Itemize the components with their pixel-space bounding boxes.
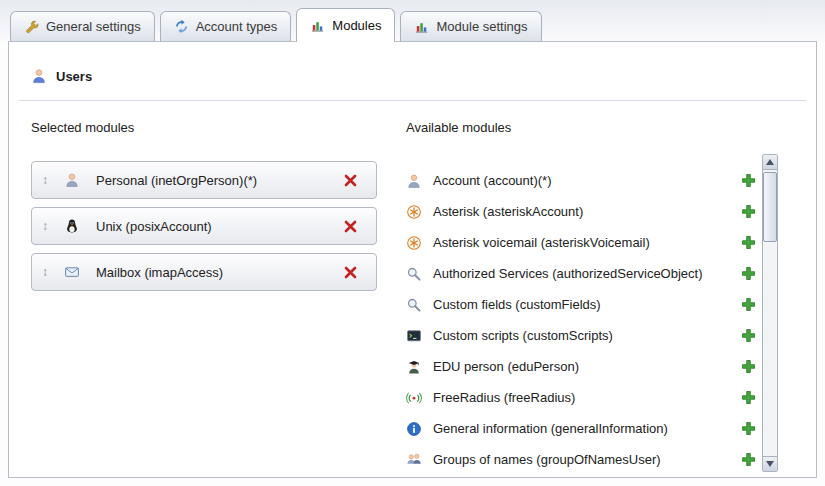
available-module-row: EDU person (eduPerson): [406, 351, 758, 382]
selected-module-label: Unix (posixAccount): [96, 219, 212, 234]
info-icon: [406, 421, 422, 437]
tab-module-settings[interactable]: Module settings: [400, 11, 541, 41]
selected-modules-column: Selected modules Personal (inetOrgPerson…: [31, 120, 377, 291]
remove-module-button[interactable]: [343, 173, 358, 188]
selected-module-row: Unix (posixAccount): [31, 207, 377, 245]
available-module-row: Account (account)(*): [406, 165, 758, 196]
delete-x-icon: [343, 219, 358, 234]
tab-modules[interactable]: Modules: [296, 8, 395, 42]
remove-module-button[interactable]: [343, 265, 358, 280]
bar-chart-icon: [414, 19, 429, 34]
plus-icon: [741, 235, 756, 250]
available-module-label: Account (account)(*): [433, 173, 552, 188]
available-module-label: Custom scripts (customScripts): [433, 328, 613, 343]
available-module-label: Asterisk voicemail (asteriskVoicemail): [433, 235, 650, 250]
asterisk-icon: [406, 235, 422, 251]
terminal-icon: [406, 328, 422, 344]
section-divider: [19, 100, 806, 101]
available-module-row: Custom fields (customFields): [406, 289, 758, 320]
add-module-button[interactable]: [741, 421, 756, 436]
user-icon: [31, 68, 47, 84]
tab-label: Account types: [196, 19, 278, 34]
plus-icon: [741, 421, 756, 436]
graduate-icon: [406, 359, 422, 375]
available-modules-heading: Available modules: [406, 120, 758, 135]
available-module-label: FreeRadius (freeRadius): [433, 390, 575, 405]
magnifier-icon: [406, 266, 422, 282]
tab-label: Modules: [332, 18, 381, 33]
remove-module-button[interactable]: [343, 219, 358, 234]
add-module-button[interactable]: [741, 266, 756, 281]
plus-icon: [741, 173, 756, 188]
tab-bar: General settings Account types Modules M…: [0, 0, 825, 41]
plus-icon: [741, 328, 756, 343]
available-module-row: Authorized Services (authorizedServiceOb…: [406, 258, 758, 289]
refresh-icon: [174, 19, 189, 34]
plus-icon: [741, 359, 756, 374]
tux-icon: [64, 218, 80, 234]
available-module-label: Authorized Services (authorizedServiceOb…: [433, 266, 703, 281]
selected-modules-heading: Selected modules: [31, 120, 377, 135]
available-module-row: Asterisk (asteriskAccount): [406, 196, 758, 227]
available-module-label: EDU person (eduPerson): [433, 359, 579, 374]
available-modules-column: Available modules Account (account)(*) A…: [406, 120, 758, 475]
available-module-label: Groups of names (groupOfNamesUser): [433, 452, 661, 467]
selected-module-row: Personal (inetOrgPerson)(*): [31, 161, 377, 199]
available-module-row: Custom scripts (customScripts): [406, 320, 758, 351]
tab-label: Module settings: [436, 19, 527, 34]
plus-icon: [741, 390, 756, 405]
page-title: Users: [56, 69, 92, 84]
scroll-up-icon[interactable]: [763, 155, 777, 170]
available-module-label: General information (generalInformation): [433, 421, 668, 436]
tab-general-settings[interactable]: General settings: [10, 11, 155, 41]
plus-icon: [741, 204, 756, 219]
tab-account-types[interactable]: Account types: [160, 11, 292, 41]
asterisk-icon: [406, 204, 422, 220]
content-panel: Users Selected modules Personal (inetOrg…: [8, 41, 817, 478]
available-module-label: Custom fields (customFields): [433, 297, 601, 312]
plus-icon: [741, 266, 756, 281]
drag-handle-icon[interactable]: [38, 173, 52, 187]
add-module-button[interactable]: [741, 359, 756, 374]
add-module-button[interactable]: [741, 452, 756, 467]
magnifier-icon: [406, 297, 422, 313]
drag-handle-icon[interactable]: [38, 219, 52, 233]
scroll-down-icon[interactable]: [763, 456, 777, 471]
available-module-row: FreeRadius (freeRadius): [406, 382, 758, 413]
person-icon: [64, 172, 80, 188]
selected-modules-list: Personal (inetOrgPerson)(*) Unix (posixA…: [31, 161, 377, 291]
drag-handle-icon[interactable]: [38, 265, 52, 279]
available-module-row: General information (generalInformation): [406, 413, 758, 444]
plus-icon: [741, 297, 756, 312]
available-module-row: Groups of names (groupOfNamesUser): [406, 444, 758, 475]
antenna-icon: [406, 390, 422, 406]
delete-x-icon: [343, 265, 358, 280]
add-module-button[interactable]: [741, 390, 756, 405]
scrollbar-thumb[interactable]: [763, 172, 777, 242]
add-module-button[interactable]: [741, 328, 756, 343]
available-modules-list: Account (account)(*) Asterisk (asteriskA…: [406, 165, 758, 475]
bar-chart-icon: [310, 18, 325, 33]
add-module-button[interactable]: [741, 235, 756, 250]
add-module-button[interactable]: [741, 173, 756, 188]
tab-label: General settings: [46, 19, 141, 34]
available-modules-scrollbar[interactable]: [762, 154, 778, 472]
selected-module-label: Mailbox (imapAccess): [96, 265, 223, 280]
selected-module-label: Personal (inetOrgPerson)(*): [96, 173, 257, 188]
delete-x-icon: [343, 173, 358, 188]
person-icon: [406, 173, 422, 189]
available-module-label: Asterisk (asteriskAccount): [433, 204, 583, 219]
add-module-button[interactable]: [741, 204, 756, 219]
add-module-button[interactable]: [741, 297, 756, 312]
group-icon: [406, 452, 422, 468]
selected-module-row: Mailbox (imapAccess): [31, 253, 377, 291]
wrench-icon: [24, 19, 39, 34]
plus-icon: [741, 452, 756, 467]
available-module-row: Asterisk voicemail (asteriskVoicemail): [406, 227, 758, 258]
mail-icon: [64, 264, 80, 280]
section-header: Users: [31, 68, 92, 84]
